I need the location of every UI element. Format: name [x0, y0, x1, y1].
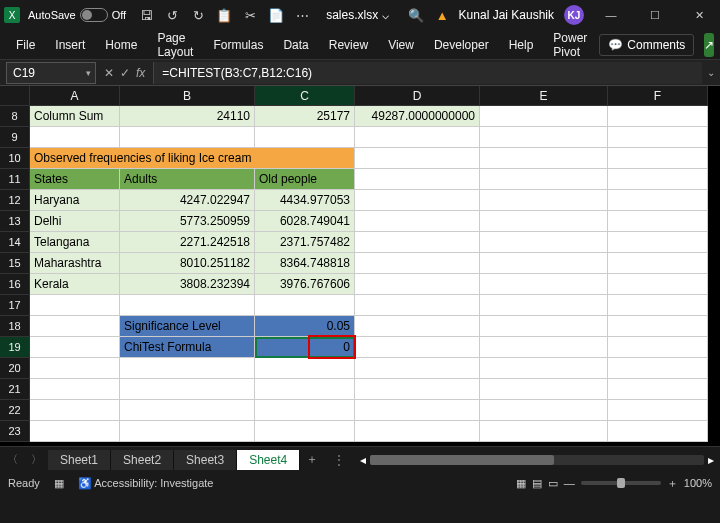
cell[interactable] [480, 337, 608, 358]
cell[interactable] [355, 190, 480, 211]
row-header[interactable]: 15 [0, 253, 30, 274]
cell[interactable] [608, 358, 708, 379]
search-icon[interactable]: 🔍 [406, 5, 426, 25]
accessibility-status[interactable]: ♿ Accessibility: Investigate [78, 477, 214, 490]
cell[interactable] [480, 421, 608, 442]
row-header[interactable]: 16 [0, 274, 30, 295]
sheet-tab-active[interactable]: Sheet4 [237, 450, 300, 470]
cell[interactable] [608, 148, 708, 169]
cell[interactable] [120, 379, 255, 400]
row-header[interactable]: 22 [0, 400, 30, 421]
toggle-switch-icon[interactable] [80, 8, 108, 22]
cell[interactable] [30, 358, 120, 379]
sheet-tab[interactable]: Sheet2 [111, 450, 174, 470]
cell[interactable]: Significance Level [120, 316, 255, 337]
cell[interactable] [255, 400, 355, 421]
cancel-formula-icon[interactable]: ✕ [104, 66, 114, 80]
cell[interactable] [480, 316, 608, 337]
cell[interactable] [30, 316, 120, 337]
fx-icon[interactable]: fx [136, 66, 145, 80]
cell[interactable] [355, 337, 480, 358]
prev-sheet-button[interactable]: 〈 [0, 452, 24, 467]
tab-formulas[interactable]: Formulas [205, 34, 271, 56]
col-header-c[interactable]: C [255, 86, 355, 106]
view-normal-icon[interactable]: ▦ [516, 477, 526, 490]
row-header[interactable]: 13 [0, 211, 30, 232]
cell[interactable] [120, 400, 255, 421]
cell[interactable]: Delhi [30, 211, 120, 232]
sheet-tab[interactable]: Sheet3 [174, 450, 237, 470]
share-button[interactable]: ↗ [704, 33, 714, 57]
cell[interactable]: Column Sum [30, 106, 120, 127]
cell[interactable] [355, 379, 480, 400]
cell[interactable]: 3808.232394 [120, 274, 255, 295]
cell[interactable] [255, 358, 355, 379]
cell[interactable]: 4247.022947 [120, 190, 255, 211]
cell[interactable] [30, 295, 120, 316]
row-header[interactable]: 8 [0, 106, 30, 127]
cell[interactable] [480, 169, 608, 190]
paste-icon[interactable]: 📄 [266, 5, 286, 25]
zoom-out-button[interactable]: — [564, 477, 575, 489]
tab-insert[interactable]: Insert [47, 34, 93, 56]
cell[interactable] [608, 127, 708, 148]
cell[interactable] [608, 106, 708, 127]
add-sheet-button[interactable]: ＋ [300, 451, 324, 468]
select-all-corner[interactable] [0, 86, 30, 106]
cell[interactable] [480, 232, 608, 253]
tab-file[interactable]: File [8, 34, 43, 56]
cell[interactable]: 5773.250959 [120, 211, 255, 232]
cell[interactable]: 2271.242518 [120, 232, 255, 253]
tab-page-layout[interactable]: Page Layout [149, 27, 201, 63]
col-header-d[interactable]: D [355, 86, 480, 106]
cell[interactable] [355, 295, 480, 316]
cell[interactable] [608, 190, 708, 211]
cell[interactable] [608, 421, 708, 442]
cell[interactable]: Kerala [30, 274, 120, 295]
cell[interactable] [480, 148, 608, 169]
document-title[interactable]: sales.xlsx ⌵ [326, 8, 389, 22]
cell[interactable] [480, 253, 608, 274]
tab-view[interactable]: View [380, 34, 422, 56]
row-header[interactable]: 18 [0, 316, 30, 337]
cell[interactable]: 4434.977053 [255, 190, 355, 211]
cell[interactable] [355, 169, 480, 190]
cell[interactable]: ChiTest Formula [120, 337, 255, 358]
col-header-e[interactable]: E [480, 86, 608, 106]
cell[interactable] [608, 232, 708, 253]
row-header[interactable]: 21 [0, 379, 30, 400]
cell[interactable] [255, 127, 355, 148]
row-header[interactable]: 12 [0, 190, 30, 211]
col-header-a[interactable]: A [30, 86, 120, 106]
cell[interactable] [608, 253, 708, 274]
cell-selected[interactable]: 0 [255, 337, 355, 358]
warning-icon[interactable]: ▲ [436, 8, 449, 23]
cell[interactable] [608, 400, 708, 421]
cell[interactable] [480, 379, 608, 400]
cell[interactable] [255, 379, 355, 400]
cell[interactable]: 25177 [255, 106, 355, 127]
cell[interactable]: Maharashtra [30, 253, 120, 274]
zoom-level[interactable]: 100% [684, 477, 712, 489]
cell[interactable] [255, 295, 355, 316]
cell[interactable] [255, 421, 355, 442]
cell[interactable]: 8364.748818 [255, 253, 355, 274]
row-header[interactable]: 17 [0, 295, 30, 316]
row-header[interactable]: 14 [0, 232, 30, 253]
cell[interactable]: States [30, 169, 120, 190]
cell[interactable]: Telangana [30, 232, 120, 253]
cell[interactable] [120, 421, 255, 442]
col-header-f[interactable]: F [608, 86, 708, 106]
cell[interactable] [355, 358, 480, 379]
cell[interactable] [30, 379, 120, 400]
horizontal-scrollbar[interactable]: ◂ ▸ [354, 453, 720, 467]
comments-button[interactable]: 💬 Comments [599, 34, 694, 56]
tab-power-pivot[interactable]: Power Pivot [545, 27, 595, 63]
redo-icon[interactable]: ↻ [188, 5, 208, 25]
tab-home[interactable]: Home [97, 34, 145, 56]
row-header[interactable]: 23 [0, 421, 30, 442]
cell[interactable] [120, 358, 255, 379]
minimize-button[interactable]: — [594, 1, 628, 29]
cell[interactable] [30, 400, 120, 421]
stats-icon[interactable]: ▦ [54, 477, 64, 490]
